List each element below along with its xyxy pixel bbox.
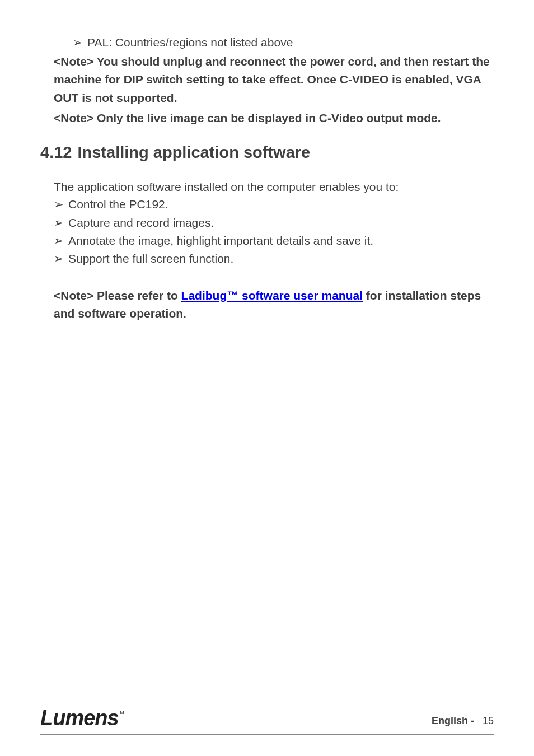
bullet-item: ➢ Annotate the image, highlight importan… (54, 232, 494, 249)
bullet-marker: ➢ (54, 196, 64, 213)
page-lang: English - (432, 715, 474, 726)
bullet-text: Annotate the image, highlight important … (68, 232, 373, 249)
page-footer: LumensTM English - 15 (40, 706, 494, 735)
bullet-marker: ➢ (54, 232, 64, 249)
bullet-item: ➢ Capture and record images. (54, 214, 494, 231)
bullet-marker: ➢ (73, 34, 83, 52)
section-number: 4.12 (40, 143, 72, 162)
page-number-value: 15 (483, 715, 494, 726)
logo-text: Lumens (40, 706, 119, 730)
lumens-logo: LumensTM (40, 706, 125, 730)
bullet-text: Support the full screen function. (68, 250, 233, 267)
page-number (477, 715, 483, 726)
section-title: Installing application software (77, 143, 310, 162)
logo-tm: TM (118, 710, 124, 715)
bullet-text: PAL: Countries/regions not listed above (87, 34, 293, 52)
note-live-image: <Note> Only the live image can be displa… (54, 109, 494, 128)
intro-text: The application software installed on th… (54, 179, 494, 195)
bullet-pal: ➢ PAL: Countries/regions not listed abov… (73, 34, 494, 52)
bullet-item: ➢ Control the PC192. (54, 196, 494, 213)
note-prefix: <Note> Please refer to (54, 289, 181, 302)
bullet-marker: ➢ (54, 250, 64, 267)
bullet-item: ➢ Support the full screen function. (54, 250, 494, 267)
footer-divider (40, 734, 494, 735)
section-heading: 4.12 Installing application software (40, 143, 494, 162)
bullet-marker: ➢ (54, 214, 64, 231)
note-ladibug: <Note> Please refer to Ladibug™ software… (54, 287, 494, 323)
ladibug-link[interactable]: Ladibug™ software user manual (181, 289, 363, 302)
bullet-text: Capture and record images. (68, 214, 214, 231)
bullet-text: Control the PC192. (68, 196, 168, 213)
page-indicator: English - 15 (432, 715, 494, 730)
note-dip-switch: <Note> You should unplug and reconnect t… (54, 53, 494, 108)
